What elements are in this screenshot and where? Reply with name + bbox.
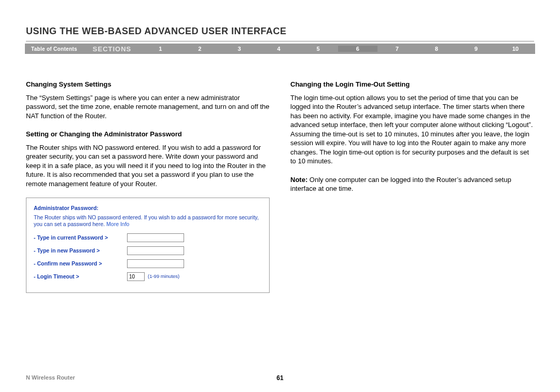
row-new-password: - Type in new Password > [34,246,262,255]
section-5[interactable]: 5 [299,46,338,52]
para-note: Note: Only one computer can be logged in… [290,175,534,193]
section-6[interactable]: 6 [338,46,377,52]
more-info-link[interactable]: More Info [106,221,129,227]
section-8[interactable]: 8 [417,46,456,52]
row-current-password: - Type in current Password > [34,233,262,242]
section-2[interactable]: 2 [180,46,219,52]
heading-login-timeout: Changing the Login Time-Out Setting [290,80,534,89]
section-3[interactable]: 3 [219,46,259,52]
section-navbar: Table of Contents SECTIONS 1 2 3 4 5 6 7… [25,44,535,54]
input-new-password[interactable] [127,246,184,255]
page-title: USING THE WEB-BASED ADVANCED USER INTERF… [0,0,560,41]
label-confirm-password: - Confirm new Password > [34,260,127,267]
input-confirm-password[interactable] [127,259,184,268]
sections-label: SECTIONS [83,45,141,53]
label-current-password: - Type in current Password > [34,234,127,241]
label-new-password: - Type in new Password > [34,247,127,254]
footer-page-number: 61 [26,374,534,382]
para-system-settings: The “System Settings” page is where you … [26,93,270,121]
admin-panel-desc: The Router ships with NO password entere… [34,214,262,228]
content-area: Changing System Settings The “System Set… [0,54,560,293]
timeout-hint: (1-99 minutes) [148,273,179,280]
left-column: Changing System Settings The “System Set… [26,80,270,293]
section-4[interactable]: 4 [259,46,299,52]
note-text: Only one computer can be logged into the… [290,176,511,193]
heading-admin-password: Setting or Changing the Administrator Pa… [26,130,270,139]
row-login-timeout: - Login Timeout > (1-99 minutes) [34,272,262,281]
row-confirm-password: - Confirm new Password > [34,259,262,268]
admin-panel-title: Administrator Password: [34,204,262,212]
para-admin-password: The Router ships with NO password entere… [26,143,270,189]
right-column: Changing the Login Time-Out Setting The … [290,80,534,293]
toc-link[interactable]: Table of Contents [25,46,83,52]
input-current-password[interactable] [127,233,184,242]
section-7[interactable]: 7 [377,46,417,52]
label-login-timeout: - Login Timeout > [34,273,127,280]
title-divider [26,41,534,41]
heading-system-settings: Changing System Settings [26,80,270,89]
page-footer: N Wireless Router 61 [26,374,534,381]
section-9[interactable]: 9 [456,46,496,52]
note-label: Note: [290,176,307,184]
admin-password-panel: Administrator Password: The Router ships… [26,198,270,292]
para-login-timeout: The login time-out option allows you to … [290,93,534,166]
section-10[interactable]: 10 [496,46,535,52]
admin-panel-desc-text: The Router ships with NO password entere… [34,214,259,228]
input-login-timeout[interactable] [127,272,145,281]
section-1[interactable]: 1 [141,46,180,52]
